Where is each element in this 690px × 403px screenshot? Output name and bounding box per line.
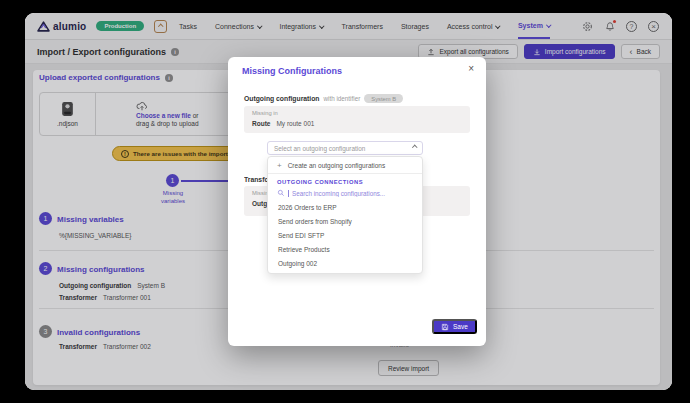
dropdown-search[interactable] — [268, 187, 422, 200]
dropdown-option[interactable]: Send orders from Shopify — [268, 214, 422, 228]
close-icon[interactable] — [468, 63, 474, 74]
search-icon — [277, 189, 285, 197]
dropdown-option[interactable]: Outgoing 002 — [268, 256, 422, 270]
select-dropdown-panel: Create an outgoing configurations OUTGOI… — [267, 156, 423, 274]
save-button[interactable]: Save — [432, 319, 477, 334]
dropdown-option[interactable]: Send EDI SFTP — [268, 228, 422, 242]
search-input[interactable] — [292, 190, 412, 197]
missing-configurations-modal: Missing Configurations Outgoing configur… — [228, 57, 486, 346]
missing-in-box: Missing in RouteMy route 001 — [244, 106, 470, 133]
create-outgoing-option[interactable]: Create an outgoing configurations — [268, 157, 422, 174]
dropdown-option[interactable]: 2026 Orders to ERP — [268, 200, 422, 214]
text-cursor — [288, 190, 289, 197]
plus-icon — [277, 161, 282, 170]
identifier-badge: System B — [364, 94, 403, 103]
save-icon — [441, 323, 449, 331]
chevron-up-icon — [412, 146, 417, 151]
outgoing-configuration-select[interactable]: Select an outgoing configuration — [267, 141, 423, 155]
modal-config-line: Outgoing configuration with identifier S… — [244, 94, 403, 103]
app-window: alumio Production Tasks Connections Inte… — [25, 13, 672, 390]
modal-title: Missing Configurations — [242, 66, 342, 76]
dropdown-option[interactable]: Retrieve Products — [268, 242, 422, 256]
dropdown-group-label: OUTGOING CONNECTIONS — [268, 174, 422, 187]
